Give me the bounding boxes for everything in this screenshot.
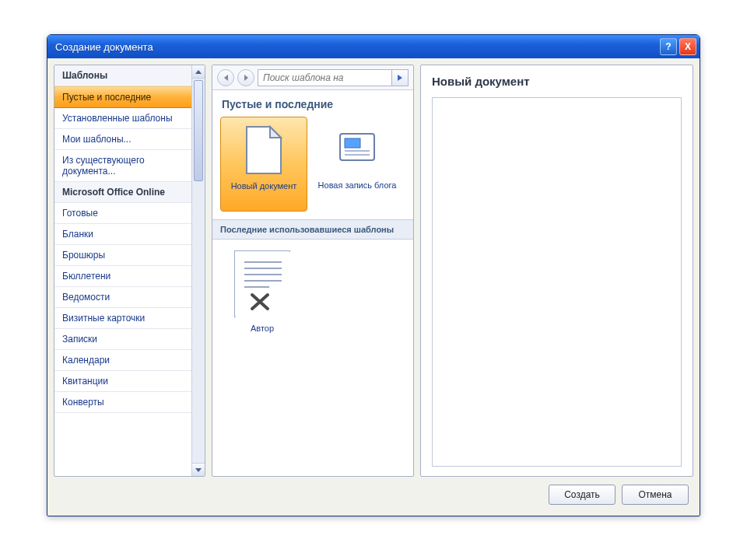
sidebar-item-envelopes[interactable]: Конверты (54, 392, 191, 413)
scroll-up-icon[interactable] (192, 65, 205, 79)
create-button[interactable]: Создать (549, 485, 615, 505)
templates-sidebar: Шаблоны Пустые и последние Установленные… (54, 65, 205, 477)
preview-pane: Новый документ (420, 65, 693, 477)
sidebar-item-from-existing[interactable]: Из существующего документа... (54, 150, 191, 182)
svg-rect-3 (345, 138, 360, 148)
cancel-button[interactable]: Отмена (622, 485, 689, 505)
sidebar-item-businesscards[interactable]: Визитные карточки (54, 308, 191, 329)
scroll-thumb[interactable] (194, 80, 203, 181)
sidebar-item-receipts[interactable]: Квитанции (54, 371, 191, 392)
sidebar-item-empty-recent[interactable]: Пустые и последние (54, 86, 191, 108)
dialog-body: Шаблоны Пустые и последние Установленные… (47, 58, 700, 516)
recent-templates-header: Последние использовавшиеся шаблоны (212, 219, 413, 240)
sidebar-item-installed[interactable]: Установленные шаблоны (54, 108, 191, 129)
blog-post-icon (335, 123, 380, 176)
tile-author-template[interactable]: Автор (220, 250, 304, 333)
sidebar-header-templates: Шаблоны (54, 65, 191, 86)
template-tiles: Новый документ Новая запись блога (212, 117, 413, 219)
scroll-down-icon[interactable] (192, 463, 205, 476)
sidebar-item-memos[interactable]: Записки (54, 329, 191, 350)
arrow-left-icon (224, 75, 228, 81)
template-search-input[interactable] (258, 69, 391, 86)
dialog-footer: Создать Отмена (54, 477, 693, 509)
sidebar-item-forms[interactable]: Бланки (54, 224, 191, 245)
sidebar-item-statements[interactable]: Ведомости (54, 287, 191, 308)
dialog-window: Создание документа ? X Шаблоны Пустые и … (47, 34, 700, 516)
help-button[interactable]: ? (660, 38, 677, 55)
close-icon: X (685, 41, 691, 52)
close-button[interactable]: X (679, 38, 696, 55)
preview-title: Новый документ (432, 75, 682, 88)
content-columns: Шаблоны Пустые и последние Установленные… (54, 65, 693, 477)
sidebar-item-calendars[interactable]: Календари (54, 350, 191, 371)
svg-marker-1 (270, 127, 281, 138)
titlebar: Создание документа ? X (47, 35, 700, 58)
search-wrap (258, 69, 409, 86)
center-toolbar (212, 65, 413, 90)
recent-templates-area: Автор (212, 240, 413, 344)
nav-back-button[interactable] (217, 69, 234, 86)
sidebar-item-newsletters[interactable]: Бюллетени (54, 266, 191, 287)
sidebar-header-office-online: Microsoft Office Online (54, 182, 191, 203)
document-icon (241, 124, 286, 177)
help-icon: ? (665, 41, 671, 52)
search-go-button[interactable] (391, 69, 409, 86)
tile-new-document[interactable]: Новый документ (220, 117, 307, 212)
preview-page (432, 97, 682, 467)
templates-pane: Пустые и последние Новый документ (212, 65, 414, 477)
sidebar-item-brochures[interactable]: Брошюры (54, 245, 191, 266)
sidebar-list: Шаблоны Пустые и последние Установленные… (54, 65, 191, 476)
sidebar-item-featured[interactable]: Готовые (54, 203, 191, 224)
arrow-right-icon (398, 75, 402, 81)
scroll-track[interactable] (192, 79, 205, 463)
nav-forward-button[interactable] (237, 69, 254, 86)
window-title: Создание документа (55, 41, 153, 53)
sidebar-scrollbar[interactable] (191, 65, 205, 476)
document-with-x-icon (234, 250, 290, 317)
arrow-right-icon (244, 75, 248, 81)
section-title: Пустые и последние (212, 90, 413, 117)
sidebar-item-my-templates[interactable]: Мои шаблоны... (54, 129, 191, 150)
tile-new-blog-post[interactable]: Новая запись блога (314, 117, 401, 212)
